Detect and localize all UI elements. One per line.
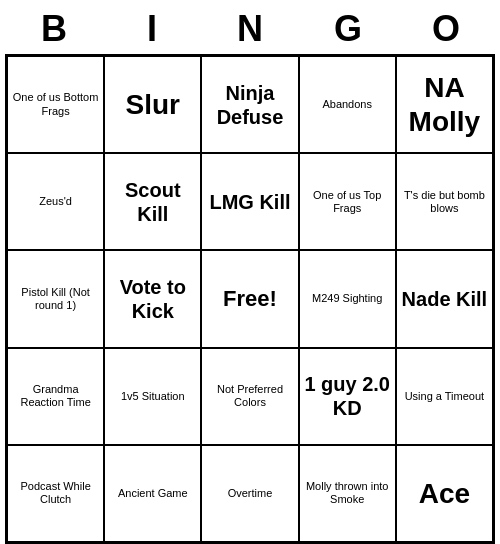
bingo-cell-18: 1 guy 2.0 KD [299,348,396,445]
bingo-cell-12: Free! [201,250,298,347]
bingo-cell-7: LMG Kill [201,153,298,250]
bingo-cell-6: Scout Kill [104,153,201,250]
bingo-cell-23: Molly thrown into Smoke [299,445,396,542]
bingo-cell-8: One of us Top Frags [299,153,396,250]
letter-i: I [107,8,197,50]
bingo-cell-24: Ace [396,445,493,542]
bingo-cell-11: Vote to Kick [104,250,201,347]
bingo-cell-3: Abandons [299,56,396,153]
bingo-cell-21: Ancient Game [104,445,201,542]
letter-g: G [303,8,393,50]
bingo-cell-1: Slur [104,56,201,153]
bingo-grid: One of us Bottom FragsSlurNinja DefuseAb… [5,54,495,544]
bingo-cell-9: T's die but bomb blows [396,153,493,250]
bingo-cell-14: Nade Kill [396,250,493,347]
bingo-cell-19: Using a Timeout [396,348,493,445]
bingo-cell-2: Ninja Defuse [201,56,298,153]
bingo-cell-4: NA Molly [396,56,493,153]
bingo-cell-13: M249 Sighting [299,250,396,347]
bingo-cell-17: Not Preferred Colors [201,348,298,445]
bingo-cell-16: 1v5 Situation [104,348,201,445]
letter-n: N [205,8,295,50]
bingo-header: B I N G O [5,0,495,54]
bingo-cell-10: Pistol Kill (Not round 1) [7,250,104,347]
bingo-cell-5: Zeus'd [7,153,104,250]
letter-b: B [9,8,99,50]
letter-o: O [401,8,491,50]
bingo-cell-20: Podcast While Clutch [7,445,104,542]
bingo-cell-0: One of us Bottom Frags [7,56,104,153]
bingo-cell-22: Overtime [201,445,298,542]
bingo-cell-15: Grandma Reaction Time [7,348,104,445]
